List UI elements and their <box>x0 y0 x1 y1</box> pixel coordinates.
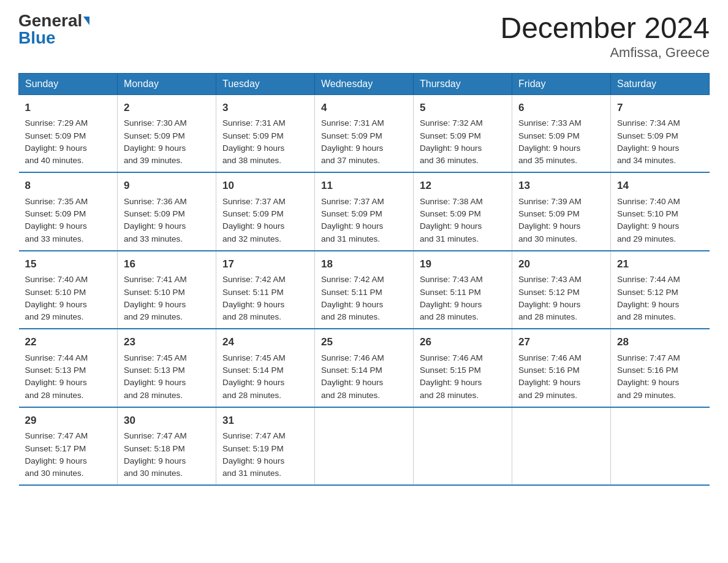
daylight-value-2: and 29 minutes. <box>518 391 577 400</box>
sunset-value: Sunset: 5:10 PM <box>124 288 185 297</box>
sunrise-value: Sunrise: 7:37 AM <box>222 197 286 206</box>
sunrise-value: Sunrise: 7:34 AM <box>617 118 680 128</box>
sunset-value: Sunset: 5:09 PM <box>617 131 678 140</box>
calendar-cell: 24Sunrise: 7:45 AMSunset: 5:14 PMDayligh… <box>216 329 315 407</box>
daylight-value: Daylight: 9 hours <box>222 144 284 153</box>
col-thursday: Thursday <box>414 73 512 94</box>
daylight-value: Daylight: 9 hours <box>617 378 679 387</box>
day-number: 5 <box>420 100 506 116</box>
day-number: 24 <box>222 334 308 350</box>
logo: General Blue <box>18 12 89 47</box>
sunrise-value: Sunrise: 7:31 AM <box>222 118 286 128</box>
daylight-value-2: and 34 minutes. <box>617 156 676 165</box>
calendar-week-row: 22Sunrise: 7:44 AMSunset: 5:13 PMDayligh… <box>19 329 710 407</box>
daylight-value: Daylight: 9 hours <box>518 221 580 231</box>
col-friday: Friday <box>512 73 611 94</box>
daylight-value: Daylight: 9 hours <box>124 144 186 153</box>
sunset-value: Sunset: 5:12 PM <box>617 288 678 297</box>
daylight-value: Daylight: 9 hours <box>124 378 186 387</box>
daylight-value-2: and 28 minutes. <box>518 312 577 321</box>
daylight-value: Daylight: 9 hours <box>321 144 383 153</box>
daylight-value: Daylight: 9 hours <box>124 456 186 465</box>
calendar-cell <box>512 407 611 486</box>
calendar-cell <box>414 407 512 486</box>
sunrise-value: Sunrise: 7:38 AM <box>420 197 483 206</box>
sunrise-value: Sunrise: 7:44 AM <box>25 353 88 362</box>
calendar-week-row: 29Sunrise: 7:47 AMSunset: 5:17 PMDayligh… <box>19 407 710 486</box>
daylight-value-2: and 31 minutes. <box>321 234 380 243</box>
sunrise-value: Sunrise: 7:30 AM <box>124 118 187 128</box>
sunset-value: Sunset: 5:11 PM <box>222 288 284 297</box>
daylight-value: Daylight: 9 hours <box>617 221 679 231</box>
sunset-value: Sunset: 5:11 PM <box>420 288 481 297</box>
day-number: 8 <box>25 178 112 194</box>
daylight-value: Daylight: 9 hours <box>420 221 482 231</box>
sunrise-value: Sunrise: 7:46 AM <box>321 353 384 362</box>
daylight-value-2: and 28 minutes. <box>420 312 479 321</box>
sunset-value: Sunset: 5:09 PM <box>518 209 580 218</box>
sunrise-value: Sunrise: 7:47 AM <box>25 431 88 440</box>
daylight-value-2: and 32 minutes. <box>222 234 281 243</box>
calendar-cell: 12Sunrise: 7:38 AMSunset: 5:09 PMDayligh… <box>414 172 512 251</box>
sunset-value: Sunset: 5:19 PM <box>222 444 284 453</box>
daylight-value-2: and 31 minutes. <box>420 234 479 243</box>
logo-general-text: General <box>18 12 82 29</box>
day-number: 7 <box>617 100 703 116</box>
sunset-value: Sunset: 5:15 PM <box>420 366 481 375</box>
daylight-value-2: and 33 minutes. <box>25 234 84 243</box>
day-number: 1 <box>25 100 112 116</box>
day-number: 23 <box>124 334 210 350</box>
day-number: 12 <box>420 178 506 194</box>
calendar-cell: 7Sunrise: 7:34 AMSunset: 5:09 PMDaylight… <box>611 94 710 172</box>
sunset-value: Sunset: 5:14 PM <box>321 366 382 375</box>
day-number: 13 <box>518 178 604 194</box>
page-subtitle: Amfissa, Greece <box>500 45 710 61</box>
day-number: 17 <box>222 256 308 272</box>
day-number: 6 <box>518 100 604 116</box>
calendar-cell: 18Sunrise: 7:42 AMSunset: 5:11 PMDayligh… <box>315 251 414 329</box>
sunrise-value: Sunrise: 7:36 AM <box>124 197 187 206</box>
sunset-value: Sunset: 5:10 PM <box>25 288 86 297</box>
header-row: Sunday Monday Tuesday Wednesday Thursday… <box>19 73 710 94</box>
calendar-cell: 21Sunrise: 7:44 AMSunset: 5:12 PMDayligh… <box>611 251 710 329</box>
daylight-value-2: and 28 minutes. <box>222 391 281 400</box>
calendar-cell: 15Sunrise: 7:40 AMSunset: 5:10 PMDayligh… <box>19 251 118 329</box>
sunrise-value: Sunrise: 7:29 AM <box>25 118 88 128</box>
col-monday: Monday <box>118 73 216 94</box>
daylight-value-2: and 33 minutes. <box>124 234 183 243</box>
day-number: 18 <box>321 256 407 272</box>
daylight-value: Daylight: 9 hours <box>25 221 87 231</box>
sunrise-value: Sunrise: 7:33 AM <box>518 118 582 128</box>
calendar-cell <box>611 407 710 486</box>
day-number: 28 <box>617 334 703 350</box>
sunset-value: Sunset: 5:09 PM <box>25 209 86 218</box>
sunrise-value: Sunrise: 7:35 AM <box>25 197 88 206</box>
calendar-cell: 16Sunrise: 7:41 AMSunset: 5:10 PMDayligh… <box>118 251 216 329</box>
sunset-value: Sunset: 5:09 PM <box>321 209 382 218</box>
sunrise-value: Sunrise: 7:39 AM <box>518 197 582 206</box>
sunset-value: Sunset: 5:17 PM <box>25 444 86 453</box>
sunrise-value: Sunrise: 7:43 AM <box>518 275 582 284</box>
calendar-cell: 14Sunrise: 7:40 AMSunset: 5:10 PMDayligh… <box>611 172 710 251</box>
day-number: 19 <box>420 256 506 272</box>
sunrise-value: Sunrise: 7:44 AM <box>617 275 680 284</box>
daylight-value: Daylight: 9 hours <box>518 378 580 387</box>
calendar-cell: 26Sunrise: 7:46 AMSunset: 5:15 PMDayligh… <box>414 329 512 407</box>
daylight-value-2: and 28 minutes. <box>25 391 84 400</box>
title-block: December 2024 Amfissa, Greece <box>500 12 710 61</box>
sunrise-value: Sunrise: 7:45 AM <box>222 353 286 362</box>
sunset-value: Sunset: 5:09 PM <box>222 209 284 218</box>
daylight-value: Daylight: 9 hours <box>25 378 87 387</box>
sunset-value: Sunset: 5:13 PM <box>25 366 86 375</box>
sunrise-value: Sunrise: 7:37 AM <box>321 197 384 206</box>
day-number: 26 <box>420 334 506 350</box>
daylight-value-2: and 29 minutes. <box>617 234 676 243</box>
daylight-value: Daylight: 9 hours <box>222 456 284 465</box>
sunrise-value: Sunrise: 7:40 AM <box>25 275 88 284</box>
calendar-cell: 30Sunrise: 7:47 AMSunset: 5:18 PMDayligh… <box>118 407 216 486</box>
sunset-value: Sunset: 5:09 PM <box>25 131 86 140</box>
day-number: 20 <box>518 256 604 272</box>
calendar-cell: 28Sunrise: 7:47 AMSunset: 5:16 PMDayligh… <box>611 329 710 407</box>
calendar-cell: 11Sunrise: 7:37 AMSunset: 5:09 PMDayligh… <box>315 172 414 251</box>
calendar-cell: 17Sunrise: 7:42 AMSunset: 5:11 PMDayligh… <box>216 251 315 329</box>
